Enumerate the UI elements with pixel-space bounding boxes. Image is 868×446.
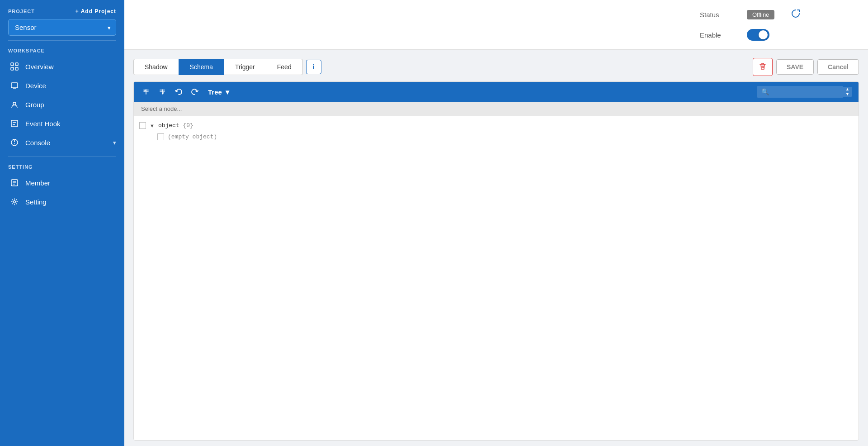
add-project-button[interactable]: + Add Project: [75, 8, 116, 14]
undo-icon[interactable]: [173, 87, 184, 97]
sidebar-item-group[interactable]: Group: [0, 95, 124, 114]
sidebar-project-section: PROJECT + Add Project Sensor ▾: [0, 0, 124, 40]
move-down-icon[interactable]: [156, 87, 168, 97]
sidebar-item-event-hook[interactable]: Event Hook: [0, 114, 124, 133]
console-icon: [10, 138, 19, 147]
svg-point-7: [13, 102, 16, 105]
sidebar-item-setting[interactable]: Setting: [0, 192, 124, 211]
node-key: object: [158, 122, 179, 129]
top-card: Status Offline Enable: [124, 0, 868, 50]
svg-rect-2: [11, 67, 14, 70]
refresh-icon[interactable]: [791, 9, 801, 21]
empty-object-label: (empty object): [168, 133, 217, 140]
svg-rect-4: [11, 83, 18, 88]
tree-view-button[interactable]: Tree ▼: [205, 87, 234, 97]
schema-editor: Tree ▼ ▲ ▼ Select a node... ▼: [133, 81, 859, 441]
info-button[interactable]: i: [306, 60, 321, 74]
tree-checkbox-root[interactable]: [139, 122, 146, 129]
tab-shadow[interactable]: Shadow: [133, 59, 179, 75]
sidebar-item-label: Console: [25, 139, 50, 147]
sidebar-item-console[interactable]: Console ▾: [0, 133, 124, 152]
top-card-right: Status Offline Enable: [700, 0, 854, 49]
move-up-icon[interactable]: [140, 87, 152, 97]
svg-rect-1: [15, 63, 18, 66]
search-up-icon: ▲: [845, 87, 849, 92]
status-label: Status: [700, 11, 736, 19]
chevron-down-icon: ▾: [113, 139, 116, 146]
schema-tree-content: ▼ object {0} (empty object): [134, 116, 859, 440]
tree-btn-label: Tree: [208, 88, 222, 96]
event-hook-icon: [10, 119, 19, 128]
tab-feed[interactable]: Feed: [266, 59, 303, 75]
sidebar-item-device[interactable]: Device: [0, 76, 124, 95]
tree-row-root: ▼ object {0}: [134, 120, 859, 131]
group-icon: [10, 100, 19, 109]
sidebar-item-overview[interactable]: Overview: [0, 57, 124, 76]
sidebar-item-label: Member: [25, 179, 50, 187]
sidebar-item-label: Event Hook: [25, 120, 61, 128]
svg-rect-0: [11, 63, 14, 66]
status-row: Status Offline: [700, 9, 854, 21]
workspace-section-label: WORKSPACE: [0, 41, 124, 57]
svg-point-18: [14, 201, 16, 203]
chevron-down-icon[interactable]: ▼: [150, 123, 155, 128]
sidebar-item-member[interactable]: Member: [0, 173, 124, 192]
sidebar-item-label: Device: [25, 82, 46, 90]
tab-schema[interactable]: Schema: [179, 59, 224, 75]
schema-search-input[interactable]: [757, 86, 843, 98]
project-select[interactable]: Sensor: [8, 19, 116, 36]
search-arrows[interactable]: ▲ ▼: [843, 87, 852, 97]
svg-rect-8: [11, 120, 18, 127]
sidebar-item-label: Group: [25, 101, 44, 109]
tree-node-child-label: (empty object): [168, 133, 217, 140]
sidebar-item-label: Setting: [25, 198, 47, 206]
schema-search: ▲ ▼: [757, 86, 852, 98]
schema-toolbar: Tree ▼ ▲ ▼: [134, 82, 859, 102]
tab-trigger[interactable]: Trigger: [224, 59, 266, 75]
cancel-button[interactable]: Cancel: [817, 59, 859, 75]
tabs-actions: SAVE Cancel: [753, 58, 859, 76]
svg-rect-3: [15, 67, 18, 70]
tree-node-root-label: object {0}: [158, 122, 193, 129]
tree-dropdown-arrow: ▼: [224, 88, 231, 96]
save-button[interactable]: SAVE: [776, 59, 814, 75]
tree-checkbox-child[interactable]: [157, 133, 164, 140]
node-hint: Select a node...: [134, 102, 859, 116]
node-meta: {0}: [183, 122, 193, 129]
setting-section-label: SETTING: [0, 157, 124, 173]
delete-button[interactable]: [753, 58, 773, 76]
enable-toggle[interactable]: [747, 29, 769, 41]
schema-outer: Tree ▼ ▲ ▼ Select a node... ▼: [124, 76, 868, 446]
gear-icon: [10, 197, 19, 206]
project-select-wrapper: Sensor ▾: [8, 19, 116, 36]
enable-row: Enable: [700, 29, 854, 41]
tabs-bar: Shadow Schema Trigger Feed i SAVE Cancel: [124, 50, 868, 76]
project-label: PROJECT: [8, 9, 35, 14]
grid-icon: [10, 62, 19, 71]
redo-icon[interactable]: [189, 87, 201, 97]
member-icon: [10, 178, 19, 187]
status-badge: Offline: [747, 10, 774, 19]
device-icon: [10, 81, 19, 90]
main-content: Status Offline Enable Shado: [124, 0, 868, 446]
search-down-icon: ▼: [845, 92, 849, 97]
enable-label: Enable: [700, 31, 736, 39]
sidebar-item-label: Overview: [25, 63, 54, 71]
tree-row-child: (empty object): [134, 131, 859, 142]
svg-point-13: [14, 143, 15, 144]
sidebar-project-label: PROJECT + Add Project: [8, 8, 116, 14]
sidebar: PROJECT + Add Project Sensor ▾ WORKSPACE…: [0, 0, 124, 446]
